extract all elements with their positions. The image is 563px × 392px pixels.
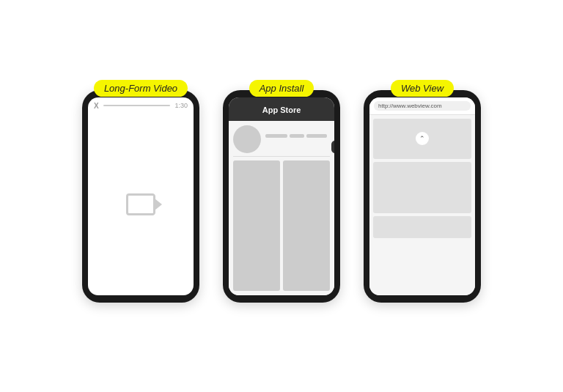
app-install-label: App Install	[249, 80, 314, 97]
long-form-video-body: X 1:30	[82, 90, 199, 303]
meta-bar-1	[265, 134, 287, 138]
long-form-video-screen: X 1:30	[88, 97, 194, 295]
long-form-video-phone: Long-Form Video X 1:30	[82, 90, 199, 303]
meta-bar-2	[290, 134, 304, 138]
video-time: 1:30	[174, 102, 188, 109]
app-icon	[233, 125, 261, 153]
url-display[interactable]: http://www.webview.com	[374, 101, 471, 111]
app-meta	[265, 125, 327, 138]
video-camera-icon	[126, 193, 155, 215]
appstore-header: App Store	[229, 97, 334, 121]
progress-bar[interactable]	[103, 105, 171, 106]
appstore-title: App Store	[262, 106, 301, 114]
chevron-up-icon: ⌃	[416, 132, 429, 145]
web-view-body: http://www.webview.com ⌃	[364, 90, 481, 303]
webview-content-area: ⌃	[369, 115, 475, 295]
app-install-body: App Store GET	[223, 90, 340, 303]
web-view-label: Web View	[391, 80, 454, 97]
screenshot-2	[283, 160, 330, 291]
get-button[interactable]: GET	[331, 141, 334, 153]
webview-top-image: ⌃	[373, 119, 471, 159]
app-meta-bars	[265, 134, 327, 138]
meta-bar-3	[306, 134, 327, 138]
web-view-phone: Web View http://www.webview.com ⌃	[364, 90, 481, 303]
app-install-phone: App Install App Store GET	[223, 90, 340, 303]
appstore-screenshots	[233, 160, 330, 291]
video-content-area	[88, 114, 194, 295]
app-install-screen: App Store GET	[229, 97, 334, 295]
appstore-top-row: GET	[233, 125, 330, 157]
appstore-body: GET	[229, 121, 334, 295]
screenshot-1	[233, 160, 280, 291]
long-form-video-label: Long-Form Video	[94, 80, 188, 97]
address-bar: http://www.webview.com	[369, 97, 475, 115]
lfv-top-bar: X 1:30	[88, 97, 194, 114]
webview-mid-block	[373, 162, 471, 213]
close-icon[interactable]: X	[94, 102, 99, 110]
web-view-screen: http://www.webview.com ⌃	[369, 97, 475, 295]
webview-bottom-block	[373, 216, 471, 238]
